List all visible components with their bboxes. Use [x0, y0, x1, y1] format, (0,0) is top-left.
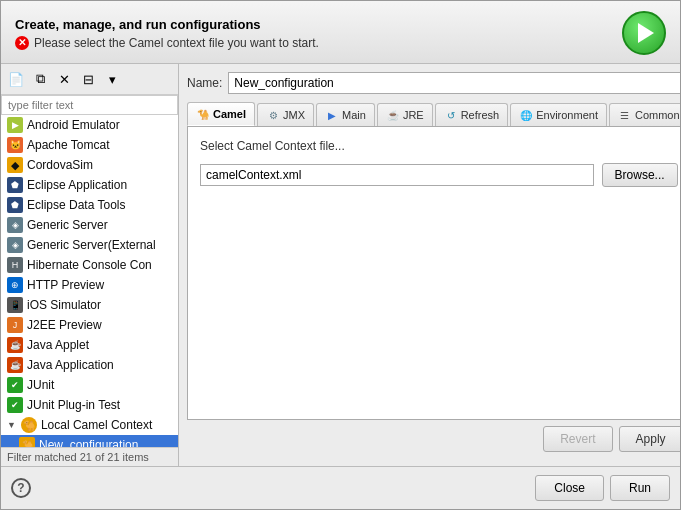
footer: ? Close Run: [1, 466, 680, 509]
footer-right: Close Run: [535, 475, 670, 501]
hibernate-icon: H: [7, 257, 23, 273]
list-item-label: Java Applet: [27, 338, 89, 352]
list-item[interactable]: ⊕ HTTP Preview: [1, 275, 178, 295]
list-item[interactable]: H Hibernate Console Con: [1, 255, 178, 275]
new-config-button[interactable]: 📄: [5, 68, 27, 90]
list-item-label: Android Emulator: [27, 118, 120, 132]
http-icon: ⊕: [7, 277, 23, 293]
tab-jre[interactable]: ☕ JRE: [377, 103, 433, 126]
tab-common[interactable]: ☰ Common: [609, 103, 680, 126]
list-item[interactable]: ◈ Generic Server(External: [1, 235, 178, 255]
generic-ext-icon: ◈: [7, 237, 23, 253]
jre-tab-icon: ☕: [386, 108, 400, 122]
list-item-label: Generic Server: [27, 218, 108, 232]
tabs: 🐪 Camel ⚙ JMX ▶ Main ☕ JRE ↺ Refresh: [187, 102, 680, 127]
list-item-label: Hibernate Console Con: [27, 258, 152, 272]
filter-input[interactable]: [1, 95, 178, 115]
list-item[interactable]: ☕ Java Application: [1, 355, 178, 375]
common-tab-icon: ☰: [618, 108, 632, 122]
tab-label: Camel: [213, 108, 246, 120]
duplicate-button[interactable]: ⧉: [29, 68, 51, 90]
tab-jmx[interactable]: ⚙ JMX: [257, 103, 314, 126]
ios-icon: 📱: [7, 297, 23, 313]
filter-button[interactable]: ⊟: [77, 68, 99, 90]
delete-button[interactable]: ✕: [53, 68, 75, 90]
generic-icon: ◈: [7, 217, 23, 233]
list-item[interactable]: ▶ Android Emulator: [1, 115, 178, 135]
close-button[interactable]: Close: [535, 475, 604, 501]
tab-label: Main: [342, 109, 366, 121]
list-item-label: Eclipse Data Tools: [27, 198, 126, 212]
run-button[interactable]: Run: [610, 475, 670, 501]
list-item-label: iOS Simulator: [27, 298, 101, 312]
tab-main[interactable]: ▶ Main: [316, 103, 375, 126]
jmx-tab-icon: ⚙: [266, 108, 280, 122]
header: Create, manage, and run configurations ✕…: [1, 1, 680, 64]
list-item-label: Local Camel Context: [41, 418, 152, 432]
tab-label: Refresh: [461, 109, 500, 121]
tab-label: JRE: [403, 109, 424, 121]
list-item-label: CordovaSim: [27, 158, 93, 172]
tab-label: Environment: [536, 109, 598, 121]
filter-status: Filter matched 21 of 21 items: [1, 447, 178, 466]
list-item[interactable]: ☕ Java Applet: [1, 335, 178, 355]
error-icon: ✕: [15, 36, 29, 50]
list-item[interactable]: 🐱 Apache Tomcat: [1, 135, 178, 155]
new-config-icon: 🐪: [19, 437, 35, 447]
tab-camel[interactable]: 🐪 Camel: [187, 102, 255, 126]
header-subtitle: ✕ Please select the Camel context file y…: [15, 36, 319, 50]
tab-environment[interactable]: 🌐 Environment: [510, 103, 607, 126]
list-item-label: JUnit Plug-in Test: [27, 398, 120, 412]
right-panel: Name: 🐪 Camel ⚙ JMX ▶ Main ☕: [179, 64, 680, 466]
refresh-tab-icon: ↺: [444, 108, 458, 122]
revert-button[interactable]: Revert: [543, 426, 612, 452]
help-button[interactable]: ?: [11, 478, 31, 498]
name-row: Name:: [187, 72, 680, 94]
main-content: 📄 ⧉ ✕ ⊟ ▾ ▶ Android Emulator 🐱 Apache To…: [1, 64, 680, 466]
dialog: Create, manage, and run configurations ✕…: [0, 0, 681, 510]
config-list: ▶ Android Emulator 🐱 Apache Tomcat ◆ Cor…: [1, 115, 178, 447]
action-row: Revert Apply: [187, 420, 680, 458]
browse-button[interactable]: Browse...: [602, 163, 678, 187]
list-item-selected[interactable]: 🐪 New_configuration: [1, 435, 178, 447]
tomcat-icon: 🐱: [7, 137, 23, 153]
name-input[interactable]: [228, 72, 680, 94]
list-item-label: New_configuration: [39, 438, 138, 447]
left-panel: 📄 ⧉ ✕ ⊟ ▾ ▶ Android Emulator 🐱 Apache To…: [1, 64, 179, 466]
tab-content: Select Camel Context file... Browse...: [187, 127, 680, 420]
tab-label: Common: [635, 109, 680, 121]
list-item[interactable]: ⬟ Eclipse Application: [1, 175, 178, 195]
java-app-icon: ☕: [7, 357, 23, 373]
list-item[interactable]: 📱 iOS Simulator: [1, 295, 178, 315]
list-item[interactable]: ✔ JUnit Plug-in Test: [1, 395, 178, 415]
file-input[interactable]: [200, 164, 594, 186]
list-item[interactable]: ✔ JUnit: [1, 375, 178, 395]
cordova-icon: ◆: [7, 157, 23, 173]
run-button-header[interactable]: [622, 11, 666, 55]
expand-button[interactable]: ▾: [101, 68, 123, 90]
apply-button[interactable]: Apply: [619, 426, 680, 452]
header-left: Create, manage, and run configurations ✕…: [15, 17, 319, 50]
dialog-title: Create, manage, and run configurations: [15, 17, 319, 32]
toolbar: 📄 ⧉ ✕ ⊟ ▾: [1, 64, 178, 95]
list-item[interactable]: ⬟ Eclipse Data Tools: [1, 195, 178, 215]
java-applet-icon: ☕: [7, 337, 23, 353]
env-tab-icon: 🌐: [519, 108, 533, 122]
camel-tab-icon: 🐪: [196, 107, 210, 121]
list-item[interactable]: ◈ Generic Server: [1, 215, 178, 235]
list-item-label: Generic Server(External: [27, 238, 156, 252]
tab-label: JMX: [283, 109, 305, 121]
tab-refresh[interactable]: ↺ Refresh: [435, 103, 509, 126]
j2ee-icon: J: [7, 317, 23, 333]
junit-plugin-icon: ✔: [7, 397, 23, 413]
list-item[interactable]: ◆ CordovaSim: [1, 155, 178, 175]
play-icon: [638, 23, 654, 43]
subtitle-text: Please select the Camel context file you…: [34, 36, 319, 50]
list-item[interactable]: J J2EE Preview: [1, 315, 178, 335]
list-item[interactable]: ▼ 🐪 Local Camel Context: [1, 415, 178, 435]
android-icon: ▶: [7, 117, 23, 133]
list-item-label: Java Application: [27, 358, 114, 372]
footer-left: ?: [11, 478, 31, 498]
eclipse-icon: ⬟: [7, 177, 23, 193]
list-item-label: HTTP Preview: [27, 278, 104, 292]
